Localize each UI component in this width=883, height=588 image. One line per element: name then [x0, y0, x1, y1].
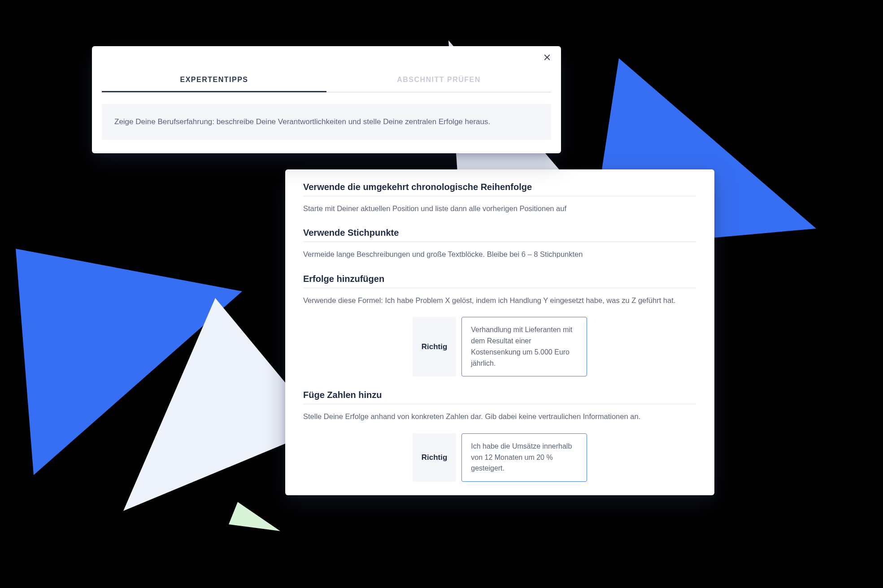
example-text: Verhandlung mit Lieferanten mit dem Resu… [461, 317, 587, 376]
tip-section: Verwende StichpunkteVermeide lange Besch… [303, 228, 696, 260]
tip-section-body: Stelle Deine Erfolge anhand von konkrete… [303, 411, 696, 422]
example-tag: Richtig [413, 317, 457, 376]
tip-section-body: Vermeide lange Beschreibungen und große … [303, 248, 696, 260]
tip-section: Erfolge hinzufügenVerwende diese Formel:… [303, 274, 696, 377]
close-icon [543, 53, 551, 63]
tab-expertentipps[interactable]: EXPERTENTIPPS [102, 66, 326, 92]
example-tag: Richtig [413, 433, 457, 482]
tip-section-title: Erfolge hinzufügen [303, 274, 696, 288]
tip-section-body: Starte mit Deiner aktuellen Position und… [303, 203, 696, 214]
example-row: RichtigIch habe die Umsätze innerhalb vo… [303, 433, 696, 482]
tip-section-title: Verwende die umgekehrt chronologische Re… [303, 182, 696, 196]
tab-label: EXPERTENTIPPS [180, 76, 248, 83]
tip-section: Füge Zahlen hinzuStelle Deine Erfolge an… [303, 390, 696, 482]
intro-text: Zeige Deine Berufserfahrung: beschreibe … [102, 104, 551, 140]
tips-modal: EXPERTENTIPPSABSCHNITT PRÜFEN Zeige Dein… [92, 46, 561, 153]
tip-section-body: Verwende diese Formel: Ich habe Problem … [303, 294, 696, 306]
example-row: RichtigVerhandlung mit Lieferanten mit d… [303, 317, 696, 376]
tips-content-panel: Verwende die umgekehrt chronologische Re… [285, 169, 714, 495]
tip-section: Verwende die umgekehrt chronologische Re… [303, 182, 696, 214]
tip-section-title: Verwende Stichpunkte [303, 228, 696, 242]
close-button[interactable] [539, 51, 555, 66]
triangle-small-green [229, 502, 280, 531]
tab-label: ABSCHNITT PRÜFEN [397, 76, 481, 83]
example-text: Ich habe die Umsätze innerhalb von 12 Mo… [461, 433, 587, 482]
tip-section-title: Füge Zahlen hinzu [303, 390, 696, 404]
tab-abschnitt-pruefen[interactable]: ABSCHNITT PRÜFEN [326, 66, 551, 92]
tabs: EXPERTENTIPPSABSCHNITT PRÜFEN [92, 66, 561, 92]
